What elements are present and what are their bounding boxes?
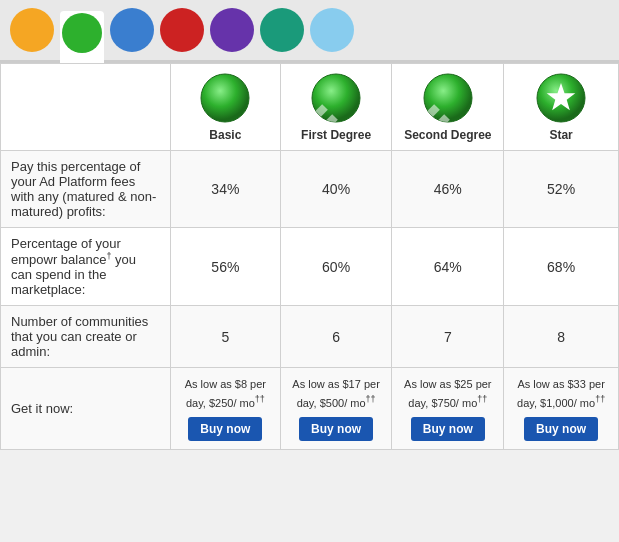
top-tabs-container (0, 0, 619, 63)
tab-red[interactable] (160, 8, 204, 52)
degree-label-second: Second Degree (402, 128, 493, 142)
row-value: 40% (280, 151, 392, 228)
row-value: 46% (392, 151, 504, 228)
get-it-price-cell: As low as $33 per day, $1,000/ mo††Buy n… (504, 368, 619, 450)
get-it-price-cell: As low as $25 per day, $750/ mo††Buy now (392, 368, 504, 450)
row-value: 34% (171, 151, 281, 228)
table-row: Percentage of your empowr balance† you c… (1, 228, 619, 306)
row-label: Number of communities that you can creat… (1, 306, 171, 368)
degree-label-star: Star (514, 128, 608, 142)
tab-lightblue[interactable] (310, 8, 354, 52)
degree-header-star: Star (504, 64, 619, 151)
buy-now-button[interactable]: Buy now (411, 417, 485, 441)
tab-purple[interactable] (210, 8, 254, 52)
price-text: As low as $8 per day, $250/ mo†† (181, 376, 270, 411)
row-value: 52% (504, 151, 619, 228)
table-row: Number of communities that you can creat… (1, 306, 619, 368)
row-label: Pay this percentage of your Ad Platform … (1, 151, 171, 228)
row-value: 7 (392, 306, 504, 368)
get-it-price-cell: As low as $17 per day, $500/ mo††Buy now (280, 368, 392, 450)
row-value: 68% (504, 228, 619, 306)
degree-header-basic: Basic (171, 64, 281, 151)
price-text: As low as $17 per day, $500/ mo†† (291, 376, 382, 411)
svg-point-1 (201, 74, 249, 122)
row-value: 8 (504, 306, 619, 368)
degree-label-basic: Basic (181, 128, 270, 142)
tab-green[interactable] (60, 11, 104, 63)
row-value: 56% (171, 228, 281, 306)
degree-header-second: Second Degree (392, 64, 504, 151)
tab-orange[interactable] (10, 8, 54, 52)
buy-now-button[interactable]: Buy now (188, 417, 262, 441)
row-value: 5 (171, 306, 281, 368)
row-value: 60% (280, 228, 392, 306)
tab-teal[interactable] (260, 8, 304, 52)
degree-comparison-table: BasicFirst DegreeSecond DegreeStar Pay t… (0, 63, 619, 450)
row-value: 6 (280, 306, 392, 368)
tab-blue[interactable] (110, 8, 154, 52)
row-label: Percentage of your empowr balance† you c… (1, 228, 171, 306)
degree-header-first: First Degree (280, 64, 392, 151)
section-title (1, 64, 171, 151)
get-it-price-cell: As low as $8 per day, $250/ mo††Buy now (171, 368, 281, 450)
table-row: Pay this percentage of your Ad Platform … (1, 151, 619, 228)
get-it-row: Get it now:As low as $8 per day, $250/ m… (1, 368, 619, 450)
row-value: 64% (392, 228, 504, 306)
buy-now-button[interactable]: Buy now (299, 417, 373, 441)
degree-label-first: First Degree (291, 128, 382, 142)
buy-now-button[interactable]: Buy now (524, 417, 598, 441)
price-text: As low as $25 per day, $750/ mo†† (402, 376, 493, 411)
get-it-label: Get it now: (1, 368, 171, 450)
price-text: As low as $33 per day, $1,000/ mo†† (514, 376, 608, 411)
